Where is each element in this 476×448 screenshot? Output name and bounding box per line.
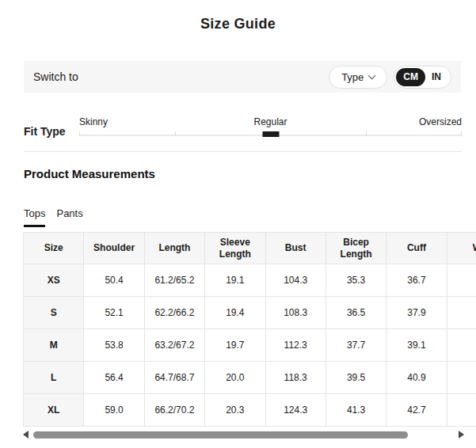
scroll-left-arrow-icon[interactable] — [23, 431, 29, 439]
measurement-cell: 66.2/70.2 — [144, 394, 204, 427]
column-header: Sleeve Length — [205, 233, 265, 264]
unit-in-button[interactable]: IN — [425, 71, 449, 82]
table-row: XL59.066.2/70.220.3124.341.342.7 — [24, 394, 476, 427]
unit-cm-button[interactable]: CM — [396, 68, 425, 86]
measurements-table-wrap: SizeShoulderLengthSleeve LengthBustBicep… — [23, 232, 476, 428]
column-header: Size — [24, 233, 84, 264]
scrollbar-thumb[interactable] — [33, 431, 408, 439]
table-row: XS50.461.2/65.219.1104.335.336.7 — [24, 264, 476, 297]
type-dropdown-button[interactable]: Type — [329, 66, 387, 89]
scrollbar-track[interactable] — [33, 431, 454, 439]
switch-controls: Type CM IN — [329, 66, 451, 89]
category-tabs: Tops Pants — [24, 207, 83, 227]
measurement-cell: 104.3 — [265, 264, 326, 297]
tab-pants[interactable]: Pants — [56, 207, 82, 227]
slider-tick — [79, 131, 80, 136]
measurement-cell — [447, 297, 476, 329]
switch-bar: Switch to Type CM IN — [24, 61, 461, 93]
size-cell: L — [24, 362, 84, 394]
size-table-head: SizeShoulderLengthSleeve LengthBustBicep… — [24, 233, 476, 264]
slider-tick — [461, 131, 462, 136]
measurement-cell: 35.3 — [326, 264, 386, 297]
table-row: L56.464.7/68.720.0118.339.540.9 — [24, 362, 476, 394]
header-row: SizeShoulderLengthSleeve LengthBustBicep… — [24, 233, 476, 264]
measurement-cell: 36.7 — [387, 264, 447, 297]
measurement-cell: 41.3 — [326, 394, 386, 427]
fit-type-slider[interactable]: Skinny Regular Oversized — [79, 115, 462, 142]
measurement-cell: 118.3 — [265, 362, 326, 394]
column-header: Length — [144, 233, 204, 264]
measurement-cell: 39.5 — [326, 362, 386, 394]
measurement-cell: 39.1 — [387, 329, 447, 362]
measurement-cell: 112.3 — [265, 329, 326, 362]
measurement-cell: 37.7 — [326, 329, 386, 362]
slider-tick — [366, 131, 367, 136]
measurement-cell: 56.4 — [84, 362, 144, 394]
size-cell: XS — [24, 264, 84, 297]
table-row: M53.863.2/67.219.7112.337.739.1 — [24, 329, 476, 362]
type-dropdown-label: Type — [341, 71, 364, 83]
fit-option-skinny[interactable]: Skinny — [79, 116, 108, 127]
section-divider — [24, 151, 462, 152]
measurement-cell: 108.3 — [265, 297, 326, 329]
measurement-cell — [447, 264, 476, 297]
measurement-cell: 50.4 — [84, 264, 144, 297]
column-header: Bicep Length — [326, 233, 386, 264]
column-header: Shoulder — [84, 233, 144, 264]
column-header: Cuff — [387, 233, 447, 264]
measurement-cell: 124.3 — [265, 394, 326, 427]
measurement-cell: 62.2/66.2 — [144, 297, 204, 329]
measurement-cell: 52.1 — [84, 297, 144, 329]
column-header: W — [447, 233, 476, 264]
size-cell: S — [24, 297, 84, 329]
measurement-cell: 19.1 — [205, 264, 265, 297]
unit-toggle[interactable]: CM IN — [394, 66, 451, 89]
fit-type-label: Fit Type — [24, 125, 66, 138]
measurement-cell: 37.9 — [387, 297, 447, 329]
chevron-down-icon — [368, 71, 376, 79]
column-header: Bust — [265, 233, 326, 264]
fit-option-oversized[interactable]: Oversized — [419, 116, 462, 127]
measurement-cell: 64.7/68.7 — [144, 362, 204, 394]
slider-handle[interactable] — [262, 131, 279, 137]
fit-option-regular[interactable]: Regular — [253, 116, 287, 127]
size-table: SizeShoulderLengthSleeve LengthBustBicep… — [23, 232, 476, 427]
fit-type-section: Fit Type Skinny Regular Oversized — [24, 115, 462, 142]
slider-tick — [175, 131, 176, 136]
measurement-cell: 40.9 — [387, 362, 447, 394]
table-row: S52.162.2/66.219.4108.336.537.9 — [24, 297, 476, 329]
horizontal-scrollbar[interactable] — [23, 430, 464, 439]
measurement-cell: 36.5 — [326, 297, 386, 329]
measurement-cell: 20.0 — [205, 362, 265, 394]
measurement-cell: 42.7 — [387, 394, 447, 427]
size-cell: XL — [24, 394, 84, 427]
fit-type-options: Skinny Regular Oversized — [79, 115, 462, 129]
size-cell: M — [24, 329, 84, 362]
section-title: Product Measurements — [24, 167, 155, 180]
switch-to-label: Switch to — [33, 70, 78, 83]
size-guide-dialog: Size Guide Switch to Type CM IN Fit Type… — [0, 0, 476, 448]
measurement-cell: 19.4 — [205, 297, 265, 329]
tab-tops[interactable]: Tops — [24, 207, 45, 227]
measurement-cell: 20.3 — [205, 394, 265, 427]
measurement-cell: 19.7 — [205, 329, 265, 362]
measurement-cell: 63.2/67.2 — [144, 329, 204, 362]
page-title: Size Guide — [0, 16, 476, 32]
measurement-cell: 61.2/65.2 — [144, 264, 204, 297]
measurement-cell: 53.8 — [84, 329, 144, 362]
scroll-right-arrow-icon[interactable] — [459, 431, 464, 439]
measurement-cell: 59.0 — [84, 394, 144, 427]
measurement-cell — [447, 394, 476, 427]
size-table-body: XS50.461.2/65.219.1104.335.336.7S52.162.… — [24, 264, 476, 427]
measurement-cell — [447, 329, 476, 362]
measurement-cell — [447, 362, 476, 394]
